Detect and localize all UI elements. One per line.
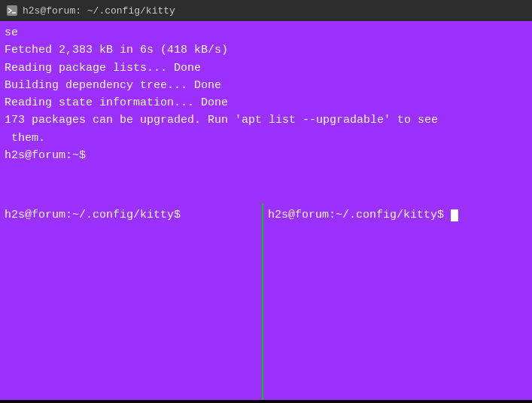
titlebar: h2s@forum: ~/.config/kitty <box>0 0 532 21</box>
right-terminal-pane[interactable]: h2s@forum:~/.config/kitty$ <box>263 203 532 400</box>
right-pane-prompt: h2s@forum:~/.config/kitty$ <box>268 209 451 221</box>
terminal-output: se Fetched 2,383 kB in 6s (418 kB/s) Rea… <box>5 24 527 164</box>
left-pane-prompt: h2s@forum:~/.config/kitty$ <box>5 209 181 221</box>
terminal-icon <box>6 5 18 17</box>
terminal-cursor <box>451 209 458 221</box>
split-pane-container: h2s@forum:~/.config/kitty$ h2s@forum:~/.… <box>0 203 532 400</box>
window-title: h2s@forum: ~/.config/kitty <box>23 5 175 17</box>
left-terminal-pane[interactable]: h2s@forum:~/.config/kitty$ <box>0 203 263 400</box>
top-terminal-pane[interactable]: se Fetched 2,383 kB in 6s (418 kB/s) Rea… <box>0 21 532 203</box>
